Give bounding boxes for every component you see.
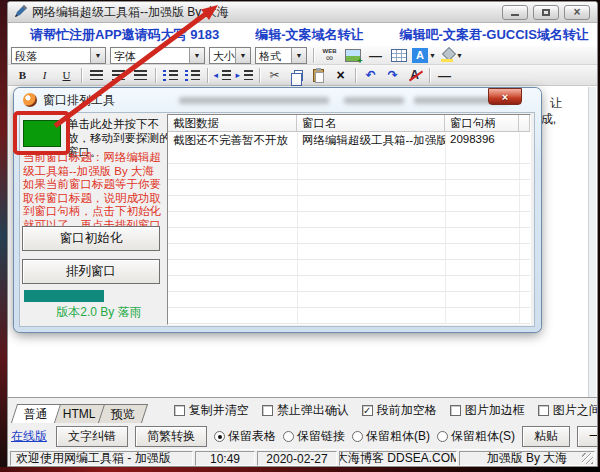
bullet-list-button[interactable]: [183, 67, 202, 84]
col-screenshot-data[interactable]: 截图数据: [168, 115, 297, 131]
hline-icon: —: [438, 68, 451, 83]
window-controls: ×: [502, 5, 592, 20]
insert-line-button[interactable]: —: [435, 67, 454, 84]
paste-button[interactable]: [309, 67, 328, 84]
online-version-link[interactable]: 在线版: [11, 428, 47, 445]
cut-button[interactable]: ✂: [265, 67, 284, 84]
register-invite-link[interactable]: 请帮忙注册APP邀请码大写 9183: [30, 26, 219, 44]
tab-normal[interactable]: 普通: [11, 404, 61, 423]
window-list-table[interactable]: 截图数据 窗口名 窗口句柄 截图还不完善暂不开放 网络编辑超级工具箱--加强版 …: [167, 114, 531, 325]
one-click-typeset-button[interactable]: 一键排版: [577, 426, 598, 447]
checkbox-box: [538, 405, 549, 416]
clear-format-button[interactable]: A: [405, 67, 424, 84]
delete-button[interactable]: ×: [331, 67, 350, 84]
status-blog: 大海博客 DDSEA.COM: [339, 451, 457, 466]
radio-dot: [214, 431, 225, 442]
insert-image-button[interactable]: [343, 47, 362, 64]
window-arrange-dialog: 窗口排列工具 × 单击此处并按下不放，移动到要探测的窗口。 当前窗口标题：网络编…: [14, 88, 541, 332]
delete-x-icon: ×: [336, 67, 344, 83]
editor-scrollbar[interactable]: [588, 87, 596, 397]
checkbox-box: [262, 405, 273, 416]
dialog-title-bar[interactable]: 窗口排列工具 ×: [14, 88, 541, 112]
highlight-color-button[interactable]: ▼: [440, 47, 463, 64]
size-select[interactable]: 大小 ▼: [209, 47, 251, 64]
dialog-close-button[interactable]: ×: [488, 88, 522, 105]
bullet-list-icon: [185, 70, 200, 81]
ad-links-row: 请帮忙注册APP邀请码大写 9183 编辑-文案域名转让 编辑吧-文案君-GUC…: [8, 23, 597, 46]
horizontal-rule-button[interactable]: —: [366, 47, 385, 64]
align-center-icon: [112, 70, 125, 81]
align-right-button[interactable]: [131, 67, 150, 84]
arrange-windows-button[interactable]: 排列窗口: [22, 259, 160, 284]
simplified-traditional-button[interactable]: 简繁转换: [135, 426, 207, 447]
maximize-icon: [542, 9, 550, 16]
paste-icon: [313, 69, 324, 82]
close-button[interactable]: ×: [564, 5, 590, 20]
redo-button[interactable]: ↷: [383, 67, 402, 84]
table-column-line: [445, 132, 446, 324]
text-proofread-button[interactable]: 文字纠错: [56, 426, 128, 447]
col-window-name[interactable]: 窗口名: [297, 115, 445, 131]
insert-link-button[interactable]: WEB∞: [320, 47, 339, 64]
clear-format-icon: A: [410, 68, 419, 82]
radio-keep-links[interactable]: 保留链接: [283, 428, 345, 445]
align-center-button[interactable]: [109, 67, 128, 84]
view-tab-row: 普通 HTML 预览 复制并清空 禁止弹出确认 ✓ 段前加空格 图片加边框: [8, 397, 597, 423]
checkbox-image-border[interactable]: 图片加边框: [450, 402, 525, 419]
blurred-background-text: [344, 97, 404, 104]
redo-icon: ↷: [387, 68, 397, 82]
resize-grip[interactable]: [582, 453, 593, 464]
window-probe-drag-handle[interactable]: [23, 120, 61, 147]
checkbox-no-popup-confirm[interactable]: 禁止弹出确认: [262, 402, 349, 419]
checkbox-copy-and-clear[interactable]: 复制并清空: [174, 402, 249, 419]
toolbar-separator: [429, 68, 430, 83]
dialog-body: 单击此处并按下不放，移动到要探测的窗口。 当前窗口标题：网络编辑超级工具箱--加…: [19, 112, 535, 327]
paragraph-select[interactable]: 段落 ▼: [11, 47, 106, 64]
font-color-icon: A: [412, 48, 428, 63]
minimize-button[interactable]: [502, 5, 528, 20]
checkbox-checked-box: ✓: [362, 405, 373, 416]
toolbar-separator: [155, 68, 156, 83]
table-row[interactable]: 截图还不完善暂不开放 网络编辑超级工具箱--加强版 B... 2098396: [168, 132, 530, 148]
insert-table-button[interactable]: [389, 47, 408, 64]
format-select[interactable]: 格式 ▼: [255, 47, 307, 64]
maximize-button[interactable]: [533, 5, 559, 20]
underline-button[interactable]: U: [57, 67, 76, 84]
bold-button[interactable]: B: [13, 67, 32, 84]
toolbar-separator: [313, 48, 314, 63]
radio-dot: [352, 431, 363, 442]
checkbox-space-before-paragraph[interactable]: ✓ 段前加空格: [362, 402, 437, 419]
font-color-button[interactable]: A ▼: [412, 47, 436, 64]
window-init-button[interactable]: 窗口初始化: [22, 226, 160, 251]
close-icon: ×: [573, 7, 580, 17]
radio-dot: [437, 431, 448, 442]
radio-dot: [283, 431, 294, 442]
radio-keep-bold-s[interactable]: 保留粗体(S): [437, 428, 515, 445]
undo-button[interactable]: ↶: [361, 67, 380, 84]
table-icon: [391, 49, 407, 62]
radio-keep-bold-b[interactable]: 保留粗体(B): [352, 428, 430, 445]
checkbox-blank-line-between-images[interactable]: 图片之间插入空行: [538, 402, 598, 419]
minimize-icon: [511, 14, 519, 16]
indent-button[interactable]: [235, 67, 254, 84]
tab-preview[interactable]: 预览: [98, 404, 148, 423]
image-icon: [345, 49, 361, 62]
dropdown-arrow-icon: ▼: [456, 52, 463, 59]
table-column-line: [297, 132, 298, 324]
dropdown-arrow-icon: ▼: [90, 48, 105, 63]
ordered-list-button[interactable]: [161, 67, 180, 84]
outdent-button[interactable]: [213, 67, 232, 84]
copy-button[interactable]: [287, 67, 306, 84]
title-bar[interactable]: 网络编辑超级工具箱--加强版 By 大海 ×: [8, 2, 597, 23]
align-right-icon: [134, 70, 147, 81]
paste-action-button[interactable]: 粘贴: [522, 426, 570, 447]
font-select[interactable]: 字体 ▼: [110, 47, 205, 64]
close-icon: ×: [502, 91, 508, 103]
col-window-handle[interactable]: 窗口句柄: [445, 115, 519, 131]
guccis-domain-link[interactable]: 编辑吧-文案君-GUCCIS域名转让: [400, 26, 589, 44]
dialog-title: 窗口排列工具: [43, 92, 115, 109]
italic-button[interactable]: I: [35, 67, 54, 84]
radio-keep-table[interactable]: 保留表格: [214, 428, 276, 445]
domain-transfer-link[interactable]: 编辑-文案域名转让: [255, 26, 363, 44]
align-left-button[interactable]: [87, 67, 106, 84]
